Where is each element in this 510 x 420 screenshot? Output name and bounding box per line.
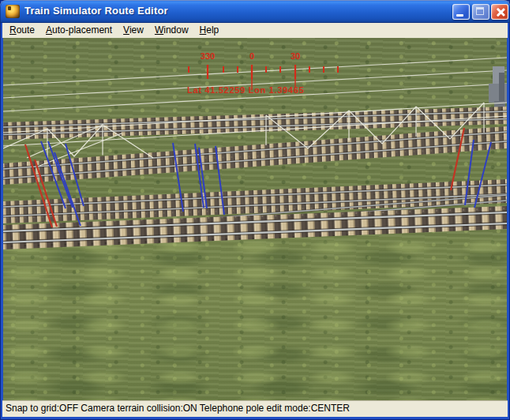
- maximize-button[interactable]: [472, 4, 489, 20]
- title-bar[interactable]: Train Simulator Route Editor: [0, 0, 510, 23]
- compass-label-330: 330: [192, 51, 223, 61]
- overhead-wires: [3, 58, 507, 111]
- minimize-button[interactable]: [452, 4, 470, 20]
- compass-label-0: 0: [236, 51, 268, 61]
- maximize-icon: [476, 7, 484, 15]
- viewport-3d[interactable]: 330 0 30 Lat 41.52259 Lon 1.39465: [3, 38, 507, 400]
- close-icon: [494, 6, 506, 18]
- app-train-icon: [6, 5, 20, 18]
- menu-item-view[interactable]: View: [118, 23, 149, 38]
- status-bar: Snap to grid:OFF Camera terrain collisio…: [2, 400, 508, 417]
- menu-item-help[interactable]: Help: [194, 23, 225, 38]
- window-title: Train Simulator Route Editor: [24, 5, 168, 17]
- menu-item-window[interactable]: Window: [149, 23, 194, 38]
- minimize-icon: [456, 14, 463, 17]
- menu-item-auto-placement[interactable]: Auto-placement: [40, 23, 118, 38]
- menu-item-route[interactable]: Route: [4, 23, 40, 38]
- status-text: Snap to grid:OFF Camera terrain collisio…: [2, 403, 350, 414]
- close-button[interactable]: [491, 4, 508, 20]
- menu-bar[interactable]: RouteAuto-placementViewWindowHelp: [2, 23, 508, 38]
- compass-label-30: 30: [279, 51, 311, 61]
- distant-structure: [489, 66, 507, 114]
- lat-lon-readout: Lat 41.52259 Lon 1.39465: [187, 85, 304, 95]
- application-window: Train Simulator Route Editor RouteAuto-p…: [0, 0, 510, 420]
